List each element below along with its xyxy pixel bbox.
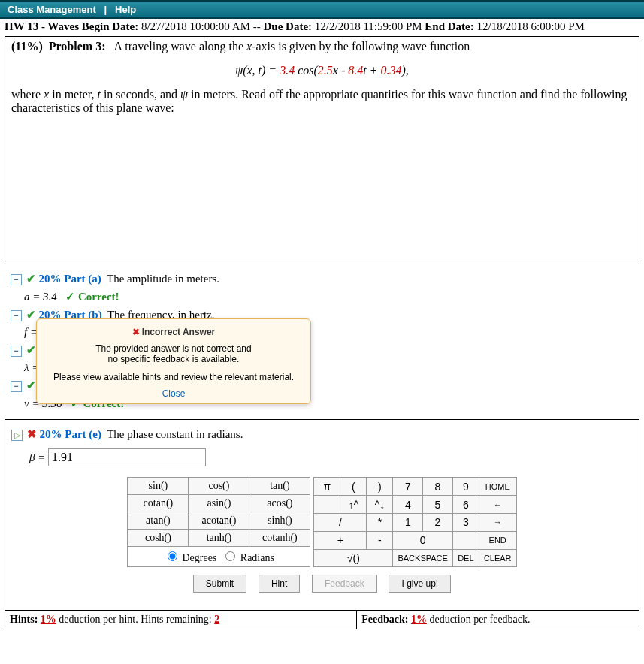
- collapse-icon[interactable]: −: [11, 310, 22, 321]
- submit-button[interactable]: Submit: [193, 575, 246, 593]
- part-a-val: a = 3.4: [24, 291, 57, 303]
- key-home[interactable]: HOME: [479, 478, 516, 496]
- key-3[interactable]: 3: [452, 513, 479, 531]
- rad-lbl: Radians: [240, 552, 274, 563]
- collapse-icon[interactable]: −: [11, 346, 22, 357]
- beta-label: β =: [29, 451, 48, 463]
- popup-l2: no specific feedback is available.: [43, 354, 304, 364]
- nav-sep: |: [104, 4, 107, 15]
- check-icon: ✔: [26, 273, 36, 285]
- key-rparen[interactable]: ): [367, 478, 393, 496]
- key-right[interactable]: →: [479, 513, 516, 531]
- key-minus[interactable]: -: [367, 531, 393, 549]
- problem-label: Problem 3:: [49, 40, 106, 53]
- fn-sinh[interactable]: sinh(): [249, 512, 310, 530]
- key-mul[interactable]: *: [367, 513, 393, 531]
- key-1[interactable]: 1: [393, 513, 423, 531]
- fn-asin[interactable]: asin(): [189, 495, 249, 512]
- key-6[interactable]: 6: [452, 496, 479, 514]
- key-9[interactable]: 9: [452, 478, 479, 496]
- fb-label: Feedback:: [361, 614, 408, 625]
- giveup-button[interactable]: I give up!: [389, 575, 451, 593]
- key-8[interactable]: 8: [423, 478, 453, 496]
- x-icon: ✖: [132, 327, 140, 337]
- popup-l3: Please view available hints and review t…: [43, 372, 304, 382]
- key-2[interactable]: 2: [423, 513, 453, 531]
- fn-sin[interactable]: sin(): [128, 478, 189, 495]
- problem-desc: where x in meter, t in seconds, and ψ in…: [11, 88, 633, 115]
- parts-area: − ✔ 20% Part (a) The amplitude in meters…: [5, 264, 639, 418]
- key-backspace[interactable]: BACKSPACE: [393, 549, 452, 567]
- fn-cotanh[interactable]: cotanh(): [249, 530, 310, 547]
- fn-cos[interactable]: cos(): [189, 478, 249, 495]
- key-pi[interactable]: π: [314, 478, 340, 496]
- eq-k: 2.5: [318, 64, 333, 77]
- popup-close-link[interactable]: Close: [162, 388, 186, 399]
- check-icon: ✔: [26, 309, 36, 321]
- d2: in meter,: [49, 88, 97, 101]
- fn-acotan[interactable]: acotan(): [189, 512, 249, 530]
- hints-label: Hints:: [10, 614, 38, 625]
- radians-radio[interactable]: Radians: [222, 552, 274, 563]
- fn-cotan[interactable]: cotan(): [128, 495, 189, 512]
- key-sub[interactable]: ^↓: [367, 496, 393, 514]
- fn-tanh[interactable]: tanh(): [189, 530, 249, 547]
- play-icon[interactable]: ▷: [11, 430, 23, 441]
- part-a: − ✔ 20% Part (a) The amplitude in meters…: [11, 272, 633, 285]
- hw-title: HW 13 - Waves: [5, 20, 79, 32]
- fn-acos[interactable]: acos(): [249, 495, 310, 512]
- fn-tan[interactable]: tan(): [249, 478, 310, 495]
- feedback-button: Feedback: [312, 575, 377, 593]
- key-left[interactable]: ←: [479, 496, 516, 514]
- calculator: sin()cos()tan() cotan()asin()acos() atan…: [11, 477, 633, 567]
- fn-cosh[interactable]: cosh(): [128, 530, 189, 547]
- eq-post: ),: [401, 64, 408, 77]
- check-icon: ✔: [26, 379, 36, 391]
- part-a-answer: a = 3.4 ✓ Correct!: [24, 290, 633, 303]
- popup-title: Incorrect Answer: [142, 327, 216, 337]
- part-e-box: ▷ ✖ 20% Part (e) The phase constant in r…: [5, 419, 639, 608]
- part-a-label: 20% Part (a): [39, 273, 101, 285]
- eq-t: t +: [363, 64, 380, 77]
- wave-equation: ψ(x, t) = 3.4 cos(2.5x - 8.4t + 0.34),: [11, 64, 633, 77]
- key-div[interactable]: /: [314, 513, 367, 531]
- begin-label: Begin Date:: [82, 20, 138, 32]
- nav-class-mgmt[interactable]: Class Management: [8, 4, 96, 15]
- key-dot[interactable]: [452, 531, 479, 549]
- key-lparen[interactable]: (: [340, 478, 367, 496]
- key-7[interactable]: 7: [393, 478, 423, 496]
- collapse-icon[interactable]: −: [11, 381, 22, 392]
- part-a-text: The amplitude in meters.: [107, 273, 219, 285]
- end-label: End Date:: [425, 20, 473, 32]
- collapse-icon[interactable]: −: [11, 274, 22, 285]
- hints-pct: 1%: [41, 614, 56, 625]
- hint-button[interactable]: Hint: [259, 575, 300, 593]
- incorrect-popup: ✖Incorrect Answer The provided answer is…: [36, 318, 311, 404]
- intro-a: A traveling wave along the: [114, 40, 246, 53]
- answer-input[interactable]: [48, 448, 206, 466]
- key-plus[interactable]: +: [314, 531, 367, 549]
- answer-row: β =: [29, 448, 633, 466]
- key-del[interactable]: DEL: [452, 549, 479, 567]
- nav-help[interactable]: Help: [115, 4, 136, 15]
- key-end[interactable]: END: [479, 531, 516, 549]
- dash: --: [253, 20, 261, 32]
- key-clear[interactable]: CLEAR: [479, 549, 516, 567]
- problem-weight: (11%): [11, 40, 43, 53]
- popup-l1: The provided answer is not correct and: [43, 343, 304, 354]
- fn-atan[interactable]: atan(): [128, 512, 189, 530]
- eq-phi: 0.34: [380, 64, 401, 77]
- key-sqrt[interactable]: √(): [314, 549, 393, 567]
- degrees-radio[interactable]: Degrees: [164, 552, 216, 563]
- eq-x: x -: [333, 64, 348, 77]
- key-0[interactable]: 0: [393, 531, 452, 549]
- angle-mode: Degrees Radians: [127, 547, 310, 567]
- key-4[interactable]: 4: [393, 496, 423, 514]
- key-5[interactable]: 5: [423, 496, 453, 514]
- key-sup[interactable]: ↑^: [340, 496, 367, 514]
- key-blank[interactable]: [314, 496, 340, 514]
- fb-text: deduction per feedback.: [429, 614, 530, 625]
- part-e-text: The phase constant in radians.: [107, 428, 243, 440]
- fb-pct: 1%: [411, 614, 427, 625]
- end-date: 12/18/2018 6:00:00 PM: [477, 20, 585, 32]
